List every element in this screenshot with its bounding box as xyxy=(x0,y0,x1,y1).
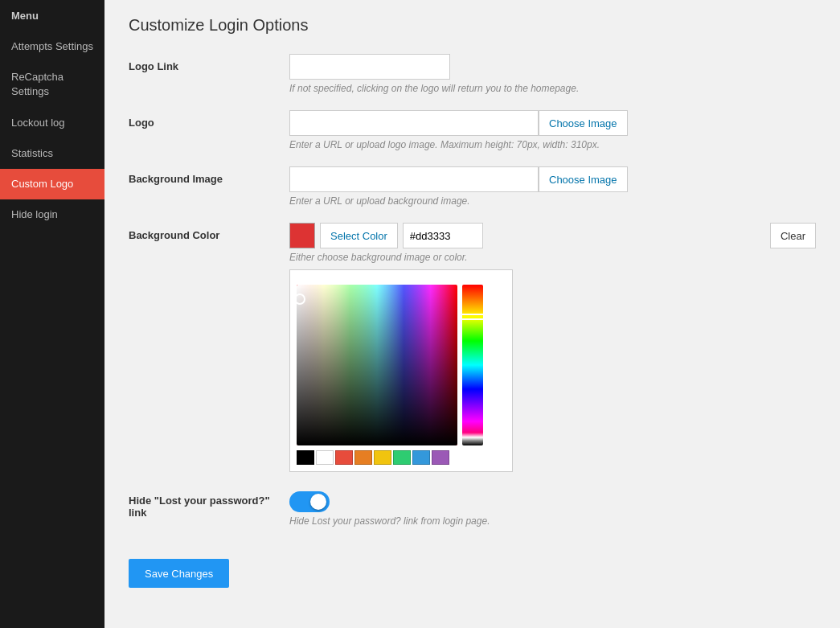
background-image-hint: Enter a URL or upload background image. xyxy=(289,195,816,207)
gradient-brightness-layer xyxy=(297,285,457,445)
hide-password-label: Hide "Lost your password?" link xyxy=(129,488,289,519)
hue-handle xyxy=(462,314,483,320)
background-image-choose-button[interactable]: Choose Image xyxy=(539,166,628,192)
logo-link-hint: If not specified, clicking on the logo w… xyxy=(289,83,816,94)
bg-color-hint: Either choose background image or color. xyxy=(289,252,816,263)
background-image-field: Choose Image Enter a URL or upload backg… xyxy=(289,166,816,207)
sidebar-item-recaptcha-settings[interactable]: ReCaptcha Settings xyxy=(0,62,104,107)
background-image-row: Background Image Choose Image Enter a UR… xyxy=(129,166,816,207)
clear-button[interactable]: Clear xyxy=(770,223,816,248)
sidebar-item-custom-logo[interactable]: Custom Logo xyxy=(0,169,104,199)
logo-link-field: If not specified, clicking on the logo w… xyxy=(289,54,816,94)
sidebar-menu-label: Menu xyxy=(0,0,104,31)
preset-color-orange[interactable] xyxy=(354,450,372,465)
background-image-input-group: Choose Image xyxy=(289,166,816,192)
toggle-track[interactable] xyxy=(289,491,330,512)
preset-color-green[interactable] xyxy=(393,450,411,465)
toggle-thumb xyxy=(310,494,326,510)
hue-slider[interactable] xyxy=(462,285,483,445)
background-color-label: Background Color xyxy=(129,223,289,241)
hide-password-row: Hide "Lost your password?" link Hide Los… xyxy=(129,488,816,527)
color-picker-container xyxy=(297,285,506,445)
bg-color-controls: Select Color Clear xyxy=(289,223,816,248)
select-color-button[interactable]: Select Color xyxy=(320,223,398,248)
preset-color-red[interactable] xyxy=(335,450,353,465)
background-image-input[interactable] xyxy=(289,166,539,192)
sidebar-item-hide-login[interactable]: Hide login xyxy=(0,199,104,230)
sidebar-item-lockout-log[interactable]: Lockout log xyxy=(0,108,104,138)
sidebar: Menu Attempts Settings ReCaptcha Setting… xyxy=(0,0,104,628)
color-gradient-area[interactable] xyxy=(297,285,457,445)
page-title: Customize Login Options xyxy=(129,16,816,35)
background-image-label: Background Image xyxy=(129,166,289,185)
hide-password-field: Hide Lost your password? link from login… xyxy=(289,488,816,527)
preset-color-white[interactable] xyxy=(316,450,334,465)
preset-color-yellow[interactable] xyxy=(374,450,391,465)
save-changes-button[interactable]: Save Changes xyxy=(129,559,229,588)
preset-color-purple[interactable] xyxy=(432,450,449,465)
hue-gradient xyxy=(462,285,483,445)
logo-label: Logo xyxy=(129,110,289,129)
logo-choose-image-button[interactable]: Choose Image xyxy=(539,110,628,136)
logo-field: Choose Image Enter a URL or upload logo … xyxy=(289,110,816,150)
sidebar-item-statistics[interactable]: Statistics xyxy=(0,138,104,169)
logo-input[interactable] xyxy=(289,110,539,136)
logo-row: Logo Choose Image Enter a URL or upload … xyxy=(129,110,816,150)
preset-color-blue[interactable] xyxy=(412,450,430,465)
logo-link-input[interactable] xyxy=(289,54,450,80)
logo-link-label: Logo Link xyxy=(129,54,289,72)
main-content: Customize Login Options Logo Link If not… xyxy=(104,0,840,628)
logo-hint: Enter a URL or upload logo image. Maximu… xyxy=(289,139,816,150)
color-swatch[interactable] xyxy=(289,223,315,248)
background-color-row: Background Color Select Color Clear Eith… xyxy=(129,223,816,472)
color-picker xyxy=(289,269,513,472)
preset-colors xyxy=(297,450,465,465)
logo-input-group: Choose Image xyxy=(289,110,816,136)
hide-password-hint: Hide Lost your password? link from login… xyxy=(289,515,816,527)
sidebar-item-attempts-settings[interactable]: Attempts Settings xyxy=(0,31,104,62)
background-color-field: Select Color Clear Either choose backgro… xyxy=(289,223,816,472)
preset-color-black[interactable] xyxy=(297,450,314,465)
logo-link-row: Logo Link If not specified, clicking on … xyxy=(129,54,816,94)
color-hex-input[interactable] xyxy=(403,223,483,248)
toggle-switch[interactable] xyxy=(289,491,816,512)
